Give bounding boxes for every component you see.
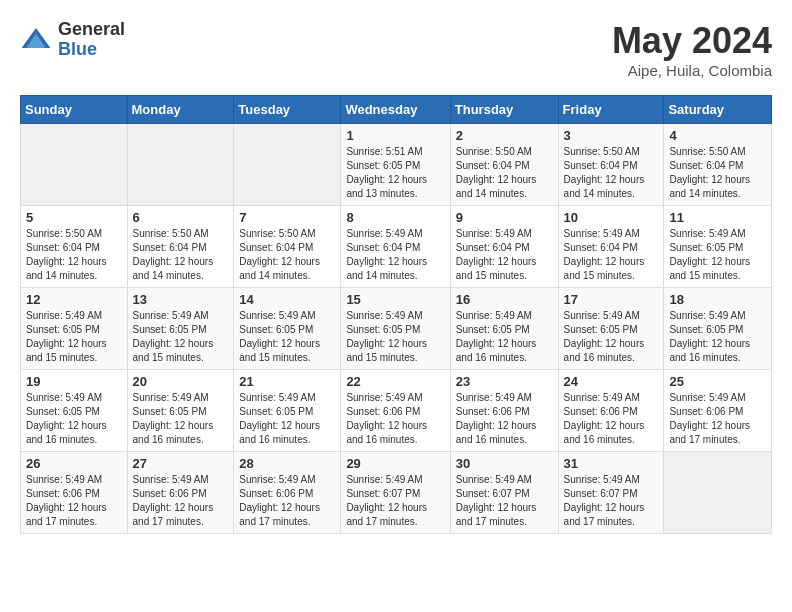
day-number: 25 [669, 374, 766, 389]
day-number: 10 [564, 210, 659, 225]
day-info: Sunrise: 5:49 AMSunset: 6:05 PMDaylight:… [239, 309, 335, 365]
logo-text: General Blue [58, 20, 125, 60]
day-number: 5 [26, 210, 122, 225]
day-info: Sunrise: 5:49 AMSunset: 6:05 PMDaylight:… [669, 227, 766, 283]
calendar-cell: 16Sunrise: 5:49 AMSunset: 6:05 PMDayligh… [450, 288, 558, 370]
calendar-week-row: 1Sunrise: 5:51 AMSunset: 6:05 PMDaylight… [21, 124, 772, 206]
day-info: Sunrise: 5:49 AMSunset: 6:05 PMDaylight:… [26, 391, 122, 447]
calendar-cell [127, 124, 234, 206]
calendar-cell: 5Sunrise: 5:50 AMSunset: 6:04 PMDaylight… [21, 206, 128, 288]
day-info: Sunrise: 5:49 AMSunset: 6:05 PMDaylight:… [346, 309, 444, 365]
day-info: Sunrise: 5:49 AMSunset: 6:05 PMDaylight:… [564, 309, 659, 365]
day-number: 8 [346, 210, 444, 225]
day-number: 30 [456, 456, 553, 471]
day-info: Sunrise: 5:49 AMSunset: 6:06 PMDaylight:… [26, 473, 122, 529]
calendar-cell: 11Sunrise: 5:49 AMSunset: 6:05 PMDayligh… [664, 206, 772, 288]
calendar-cell: 13Sunrise: 5:49 AMSunset: 6:05 PMDayligh… [127, 288, 234, 370]
day-number: 6 [133, 210, 229, 225]
calendar-cell: 7Sunrise: 5:50 AMSunset: 6:04 PMDaylight… [234, 206, 341, 288]
calendar-cell: 27Sunrise: 5:49 AMSunset: 6:06 PMDayligh… [127, 452, 234, 534]
calendar-cell: 3Sunrise: 5:50 AMSunset: 6:04 PMDaylight… [558, 124, 664, 206]
calendar-cell: 28Sunrise: 5:49 AMSunset: 6:06 PMDayligh… [234, 452, 341, 534]
calendar-cell: 4Sunrise: 5:50 AMSunset: 6:04 PMDaylight… [664, 124, 772, 206]
calendar-week-row: 5Sunrise: 5:50 AMSunset: 6:04 PMDaylight… [21, 206, 772, 288]
calendar-cell: 20Sunrise: 5:49 AMSunset: 6:05 PMDayligh… [127, 370, 234, 452]
day-number: 29 [346, 456, 444, 471]
calendar-cell: 19Sunrise: 5:49 AMSunset: 6:05 PMDayligh… [21, 370, 128, 452]
calendar-cell: 2Sunrise: 5:50 AMSunset: 6:04 PMDaylight… [450, 124, 558, 206]
day-number: 12 [26, 292, 122, 307]
day-number: 19 [26, 374, 122, 389]
day-number: 16 [456, 292, 553, 307]
day-number: 11 [669, 210, 766, 225]
calendar-cell [234, 124, 341, 206]
day-info: Sunrise: 5:49 AMSunset: 6:07 PMDaylight:… [456, 473, 553, 529]
calendar-week-row: 19Sunrise: 5:49 AMSunset: 6:05 PMDayligh… [21, 370, 772, 452]
day-info: Sunrise: 5:50 AMSunset: 6:04 PMDaylight:… [26, 227, 122, 283]
day-number: 28 [239, 456, 335, 471]
day-number: 27 [133, 456, 229, 471]
day-info: Sunrise: 5:49 AMSunset: 6:05 PMDaylight:… [133, 309, 229, 365]
day-number: 17 [564, 292, 659, 307]
day-number: 7 [239, 210, 335, 225]
calendar-week-row: 12Sunrise: 5:49 AMSunset: 6:05 PMDayligh… [21, 288, 772, 370]
title-block: May 2024 Aipe, Huila, Colombia [612, 20, 772, 79]
weekday-header: Thursday [450, 96, 558, 124]
logo-blue-text: Blue [58, 40, 125, 60]
calendar-cell: 29Sunrise: 5:49 AMSunset: 6:07 PMDayligh… [341, 452, 450, 534]
calendar-cell [21, 124, 128, 206]
day-info: Sunrise: 5:49 AMSunset: 6:06 PMDaylight:… [346, 391, 444, 447]
calendar-cell: 6Sunrise: 5:50 AMSunset: 6:04 PMDaylight… [127, 206, 234, 288]
weekday-header: Tuesday [234, 96, 341, 124]
calendar-cell: 14Sunrise: 5:49 AMSunset: 6:05 PMDayligh… [234, 288, 341, 370]
day-info: Sunrise: 5:49 AMSunset: 6:06 PMDaylight:… [564, 391, 659, 447]
day-info: Sunrise: 5:49 AMSunset: 6:06 PMDaylight:… [669, 391, 766, 447]
day-info: Sunrise: 5:49 AMSunset: 6:06 PMDaylight:… [133, 473, 229, 529]
logo-general-text: General [58, 20, 125, 40]
calendar-cell: 17Sunrise: 5:49 AMSunset: 6:05 PMDayligh… [558, 288, 664, 370]
day-info: Sunrise: 5:50 AMSunset: 6:04 PMDaylight:… [564, 145, 659, 201]
day-info: Sunrise: 5:49 AMSunset: 6:06 PMDaylight:… [456, 391, 553, 447]
weekday-header: Saturday [664, 96, 772, 124]
day-info: Sunrise: 5:50 AMSunset: 6:04 PMDaylight:… [456, 145, 553, 201]
weekday-header: Wednesday [341, 96, 450, 124]
calendar-cell: 23Sunrise: 5:49 AMSunset: 6:06 PMDayligh… [450, 370, 558, 452]
day-number: 15 [346, 292, 444, 307]
calendar-week-row: 26Sunrise: 5:49 AMSunset: 6:06 PMDayligh… [21, 452, 772, 534]
day-info: Sunrise: 5:49 AMSunset: 6:07 PMDaylight:… [346, 473, 444, 529]
calendar-cell: 26Sunrise: 5:49 AMSunset: 6:06 PMDayligh… [21, 452, 128, 534]
logo-icon [20, 24, 52, 56]
day-number: 4 [669, 128, 766, 143]
calendar-cell: 30Sunrise: 5:49 AMSunset: 6:07 PMDayligh… [450, 452, 558, 534]
day-info: Sunrise: 5:49 AMSunset: 6:05 PMDaylight:… [133, 391, 229, 447]
calendar-cell: 8Sunrise: 5:49 AMSunset: 6:04 PMDaylight… [341, 206, 450, 288]
calendar-cell: 25Sunrise: 5:49 AMSunset: 6:06 PMDayligh… [664, 370, 772, 452]
day-number: 23 [456, 374, 553, 389]
calendar-cell: 31Sunrise: 5:49 AMSunset: 6:07 PMDayligh… [558, 452, 664, 534]
weekday-header: Friday [558, 96, 664, 124]
day-number: 18 [669, 292, 766, 307]
day-info: Sunrise: 5:49 AMSunset: 6:04 PMDaylight:… [564, 227, 659, 283]
calendar-cell: 12Sunrise: 5:49 AMSunset: 6:05 PMDayligh… [21, 288, 128, 370]
day-info: Sunrise: 5:49 AMSunset: 6:07 PMDaylight:… [564, 473, 659, 529]
day-info: Sunrise: 5:49 AMSunset: 6:05 PMDaylight:… [26, 309, 122, 365]
location-text: Aipe, Huila, Colombia [612, 62, 772, 79]
day-info: Sunrise: 5:49 AMSunset: 6:04 PMDaylight:… [456, 227, 553, 283]
logo: General Blue [20, 20, 125, 60]
day-info: Sunrise: 5:49 AMSunset: 6:04 PMDaylight:… [346, 227, 444, 283]
day-number: 22 [346, 374, 444, 389]
day-number: 13 [133, 292, 229, 307]
day-number: 1 [346, 128, 444, 143]
day-info: Sunrise: 5:49 AMSunset: 6:05 PMDaylight:… [239, 391, 335, 447]
day-number: 3 [564, 128, 659, 143]
calendar-cell: 15Sunrise: 5:49 AMSunset: 6:05 PMDayligh… [341, 288, 450, 370]
day-info: Sunrise: 5:49 AMSunset: 6:06 PMDaylight:… [239, 473, 335, 529]
weekday-header-row: SundayMondayTuesdayWednesdayThursdayFrid… [21, 96, 772, 124]
day-number: 2 [456, 128, 553, 143]
calendar-cell: 24Sunrise: 5:49 AMSunset: 6:06 PMDayligh… [558, 370, 664, 452]
day-number: 31 [564, 456, 659, 471]
day-number: 9 [456, 210, 553, 225]
weekday-header: Sunday [21, 96, 128, 124]
day-info: Sunrise: 5:49 AMSunset: 6:05 PMDaylight:… [669, 309, 766, 365]
calendar-table: SundayMondayTuesdayWednesdayThursdayFrid… [20, 95, 772, 534]
